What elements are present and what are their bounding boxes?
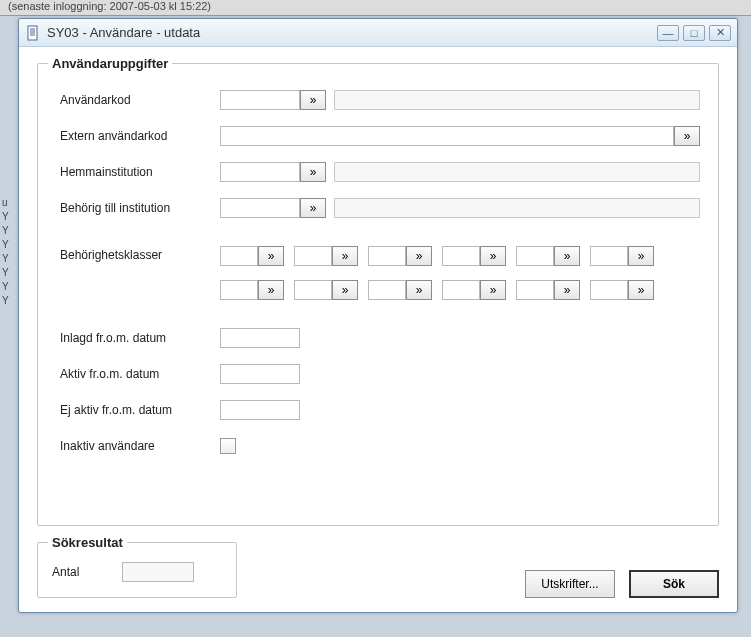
klass-row-2: » » » » » » (220, 280, 654, 300)
label-behklasser: Behörighetsklasser (60, 246, 220, 262)
klass-row-1: » » » » » » (220, 246, 654, 266)
document-icon (25, 25, 41, 41)
chevron-right-icon: » (564, 249, 571, 263)
lookup-klass-2-5[interactable]: » (554, 280, 580, 300)
window-sy03: SY03 - Användare - utdata — □ ✕ Användar… (18, 18, 738, 613)
client-area: Användaruppgifter Användarkod » Extern a… (19, 47, 737, 612)
label-inaktiv: Inaktiv användare (60, 439, 220, 453)
label-inlagd: Inlagd fr.o.m. datum (60, 331, 220, 345)
titlebar[interactable]: SY03 - Användare - utdata — □ ✕ (19, 19, 737, 47)
input-klass-2-3[interactable] (368, 280, 406, 300)
input-inlagd-datum[interactable] (220, 328, 300, 348)
lookup-klass-2-2[interactable]: » (332, 280, 358, 300)
chevron-right-icon: » (310, 165, 317, 179)
input-anvandarkod[interactable] (220, 90, 300, 110)
lookup-klass-1-5[interactable]: » (554, 246, 580, 266)
chevron-right-icon: » (342, 249, 349, 263)
group-legend: Användaruppgifter (48, 56, 172, 71)
chevron-right-icon: » (310, 201, 317, 215)
lookup-klass-1-6[interactable]: » (628, 246, 654, 266)
input-klass-1-1[interactable] (220, 246, 258, 266)
lookup-anvandarkod[interactable]: » (300, 90, 326, 110)
lookup-klass-2-4[interactable]: » (480, 280, 506, 300)
input-klass-1-5[interactable] (516, 246, 554, 266)
chevron-right-icon: » (268, 249, 275, 263)
input-aktiv-datum[interactable] (220, 364, 300, 384)
input-klass-2-4[interactable] (442, 280, 480, 300)
bottom-bar: Sökresultat Antal Utskrifter... Sök (37, 542, 719, 598)
chevron-right-icon: » (684, 129, 691, 143)
input-klass-1-2[interactable] (294, 246, 332, 266)
label-anvandarkod: Användarkod (60, 93, 220, 107)
lookup-klass-2-3[interactable]: » (406, 280, 432, 300)
input-klass-1-6[interactable] (590, 246, 628, 266)
chevron-right-icon: » (564, 283, 571, 297)
label-behorig: Behörig till institution (60, 201, 220, 215)
label-ejaktiv: Ej aktiv fr.o.m. datum (60, 403, 220, 417)
lookup-klass-2-1[interactable]: » (258, 280, 284, 300)
result-legend: Sökresultat (48, 535, 127, 550)
group-anvandaruppgifter: Användaruppgifter Användarkod » Extern a… (37, 63, 719, 526)
input-klass-2-2[interactable] (294, 280, 332, 300)
label-antal: Antal (52, 565, 122, 579)
label-extern: Extern användarkod (60, 129, 220, 143)
chevron-right-icon: » (310, 93, 317, 107)
display-behorig (334, 198, 700, 218)
maximize-button[interactable]: □ (683, 25, 705, 41)
chevron-right-icon: » (416, 283, 423, 297)
label-hemma: Hemmainstitution (60, 165, 220, 179)
input-ejaktiv-datum[interactable] (220, 400, 300, 420)
checkbox-inaktiv[interactable] (220, 438, 236, 454)
button-sok[interactable]: Sök (629, 570, 719, 598)
label-aktiv: Aktiv fr.o.m. datum (60, 367, 220, 381)
input-klass-1-3[interactable] (368, 246, 406, 266)
lookup-behorig[interactable]: » (300, 198, 326, 218)
chevron-right-icon: » (490, 249, 497, 263)
chevron-right-icon: » (638, 283, 645, 297)
input-klass-1-4[interactable] (442, 246, 480, 266)
chevron-right-icon: » (490, 283, 497, 297)
left-margin-letters: u Y Y Y Y Y Y Y (2, 196, 9, 308)
input-klass-2-1[interactable] (220, 280, 258, 300)
app-header: (senaste inloggning: 2007-05-03 kl 15:22… (0, 0, 751, 16)
lookup-klass-2-6[interactable]: » (628, 280, 654, 300)
lookup-klass-1-4[interactable]: » (480, 246, 506, 266)
display-anvandarkod (334, 90, 700, 110)
lookup-klass-1-1[interactable]: » (258, 246, 284, 266)
close-icon: ✕ (716, 26, 725, 39)
input-klass-2-5[interactable] (516, 280, 554, 300)
display-antal (122, 562, 194, 582)
minimize-icon: — (663, 27, 674, 39)
input-extern-anvandarkod[interactable] (220, 126, 674, 146)
window-title: SY03 - Användare - utdata (47, 25, 657, 40)
lookup-klass-1-2[interactable]: » (332, 246, 358, 266)
button-utskrifter[interactable]: Utskrifter... (525, 570, 615, 598)
input-hemmainstitution[interactable] (220, 162, 300, 182)
display-hemma (334, 162, 700, 182)
lookup-hemma[interactable]: » (300, 162, 326, 182)
group-sokresultat: Sökresultat Antal (37, 542, 237, 598)
minimize-button[interactable]: — (657, 25, 679, 41)
lookup-extern[interactable]: » (674, 126, 700, 146)
input-klass-2-6[interactable] (590, 280, 628, 300)
maximize-icon: □ (691, 27, 698, 39)
chevron-right-icon: » (268, 283, 275, 297)
close-button[interactable]: ✕ (709, 25, 731, 41)
input-behorig-institution[interactable] (220, 198, 300, 218)
lookup-klass-1-3[interactable]: » (406, 246, 432, 266)
chevron-right-icon: » (416, 249, 423, 263)
chevron-right-icon: » (638, 249, 645, 263)
chevron-right-icon: » (342, 283, 349, 297)
